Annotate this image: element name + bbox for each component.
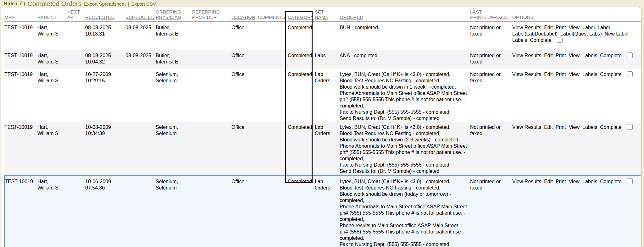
column-header-last-printed-faxed: LAST PRINTED/FAXED: [470, 7, 512, 22]
column-header-label[interactable]: LOCATION: [231, 14, 255, 20]
order-row: TEST-10019Hart, William S.10-08-2009 10:…: [4, 122, 641, 176]
option-view-results[interactable]: View Results: [512, 178, 541, 185]
column-header-label[interactable]: ORDERED: [340, 14, 363, 20]
category-text: Completed: [288, 25, 312, 30]
option-view-results[interactable]: View Results: [512, 124, 541, 130]
option-label-quest-labs-[interactable]: Label(Quest Labs): [560, 31, 602, 37]
column-header-label[interactable]: REQUESTED: [85, 14, 114, 20]
column-header-label[interactable]: SET NAME: [315, 9, 328, 20]
option-print[interactable]: Print: [556, 25, 566, 31]
mr-text: TEST-10019: [4, 25, 33, 30]
column-header-label: LAST PRINTED/FAXED: [470, 9, 508, 20]
column-header-scheduled: SCHEDULED: [125, 7, 156, 22]
option-labels[interactable]: Labels: [582, 52, 597, 59]
cell-category: Completed: [288, 122, 315, 176]
cell-mr: TEST-10019: [4, 50, 37, 69]
cell-patient: Hart, William S.: [37, 22, 67, 50]
physician-text: Selenium, Selenium: [156, 72, 178, 83]
complete-checkbox[interactable]: [627, 124, 633, 130]
column-header-label[interactable]: SCHEDULED: [125, 14, 155, 20]
option-edit[interactable]: Edit: [544, 52, 553, 59]
cell-options: View ResultsEditPrintViewLabelsComplete: [512, 50, 641, 69]
cell-referring: [192, 176, 231, 247]
scheduled-text: 08-08-2025: [125, 53, 151, 58]
order-row: TEST-10019Hart, William S.08-08-2025 10:…: [4, 22, 641, 50]
cell-ordered: Lytes, BUN, Creat (Call if K+ is <3.0) -…: [340, 176, 470, 247]
set-name-text: Labs: [315, 53, 326, 58]
option-edit[interactable]: Edit: [544, 124, 553, 130]
ordered-item: Lytes, BUN, Creat (Call if K+ is <3.0) -…: [340, 178, 467, 185]
option-labels[interactable]: Labels: [512, 37, 527, 43]
cell-options: View ResultsEditPrintViewLabelsComplete: [512, 176, 641, 247]
cell-patient: Hart, William S.: [37, 50, 67, 69]
cell-next-apt: [67, 176, 85, 247]
order-row: TEST-10019Hart, William S.10-06-2009 07:…: [4, 176, 641, 247]
location-text: Office: [231, 124, 245, 130]
column-header-ordered: ORDERED: [340, 7, 470, 22]
category-text: Completed: [288, 72, 312, 77]
complete-checkbox[interactable]: [627, 178, 633, 184]
patient-text: Hart, William S.: [37, 72, 60, 83]
column-header-label[interactable]: CATEGORY: [288, 14, 314, 20]
option-labels[interactable]: Labels: [582, 124, 597, 130]
last-printed-text: Not printed or faxed: [470, 72, 501, 83]
option-edit[interactable]: Edit: [544, 25, 553, 31]
option-view-results[interactable]: View Results: [512, 25, 541, 31]
hide-toggle-link[interactable]: Hide ( 7 ): [4, 1, 25, 7]
set-name-text: Lab Orders: [315, 72, 330, 83]
option-new-label[interactable]: New Label: [605, 31, 629, 37]
ordered-item: Lytes, BUN, Creat (Call if K+ is <3.0) -…: [340, 71, 467, 78]
option-complete[interactable]: Complete: [530, 37, 551, 43]
mr-text: TEST-10019: [4, 124, 33, 130]
cell-ordered: Lytes, BUN, Creat (Call if K+ is <3.0) -…: [340, 69, 470, 122]
option-label-labdoclabel-[interactable]: Label(LabDocLabel): [512, 31, 558, 37]
cell-last-printed: Not printed or faxed: [470, 22, 512, 50]
option-view-results[interactable]: View Results: [512, 52, 541, 59]
option-view[interactable]: View: [569, 71, 580, 78]
column-header-label: PATIENT: [37, 14, 57, 20]
option-print[interactable]: Print: [556, 52, 566, 59]
column-header-ordering-physician: ORDERING PHYSICIAN: [156, 7, 192, 22]
set-name-text: Lab Orders: [315, 124, 330, 136]
ordered-item: Fax to Nursing Dept. (555) 555-5555 - co…: [340, 109, 467, 115]
complete-checkbox[interactable]: [627, 52, 633, 58]
option-label[interactable]: Label: [597, 25, 610, 31]
complete-checkbox[interactable]: [557, 37, 563, 43]
cell-mr: TEST-10019: [4, 22, 37, 50]
cell-requested: 10-06-2009 07:54:36: [85, 176, 125, 247]
option-complete[interactable]: Complete: [600, 124, 621, 130]
option-print[interactable]: Print: [556, 178, 566, 185]
option-view[interactable]: View: [569, 124, 580, 130]
option-complete[interactable]: Complete: [600, 52, 621, 59]
category-text: Completed: [288, 53, 312, 58]
cell-physician: Selenium, Selenium: [156, 69, 192, 122]
export-csv-link[interactable]: Export CSV: [131, 1, 156, 7]
cell-last-printed: Not printed or faxed: [470, 69, 512, 122]
option-edit[interactable]: Edit: [544, 71, 553, 78]
option-complete[interactable]: Complete: [600, 71, 621, 78]
cell-location: Office: [231, 122, 258, 176]
column-header-requested: REQUESTED: [85, 7, 125, 22]
option-labels[interactable]: Labels: [582, 178, 597, 185]
cell-requested: 08-08-2025 10:13:31: [85, 22, 125, 50]
complete-checkbox[interactable]: [627, 71, 633, 77]
option-view[interactable]: View: [569, 25, 580, 31]
mr-text: TEST-10019: [5, 179, 33, 184]
column-header-label[interactable]: ORDERING PHYSICIAN: [156, 9, 181, 20]
option-print[interactable]: Print: [556, 71, 566, 78]
export-spreadsheet-link[interactable]: Export Spreadsheet: [84, 1, 126, 7]
cell-next-apt: [67, 69, 85, 122]
cell-patient: Hart, William S.: [37, 176, 67, 247]
option-view[interactable]: View: [569, 178, 580, 185]
option-view[interactable]: View: [569, 52, 580, 59]
completed-orders-panel: MR#PATIENTNEXT APTREQUESTEDSCHEDULEDORDE…: [1, 7, 641, 247]
cell-set-name: [315, 22, 340, 50]
option-print[interactable]: Print: [556, 124, 566, 130]
option-complete[interactable]: Complete: [600, 178, 621, 185]
option-labels[interactable]: Labels: [582, 71, 597, 78]
option-label[interactable]: Label: [582, 25, 595, 31]
option-view-results[interactable]: View Results: [512, 71, 541, 78]
option-edit[interactable]: Edit: [544, 178, 553, 185]
ordered-item: Fax to Nursing Dept. (555) 555-5555 - co…: [340, 241, 467, 247]
physician-text: Butler, Internist E.: [156, 25, 180, 36]
